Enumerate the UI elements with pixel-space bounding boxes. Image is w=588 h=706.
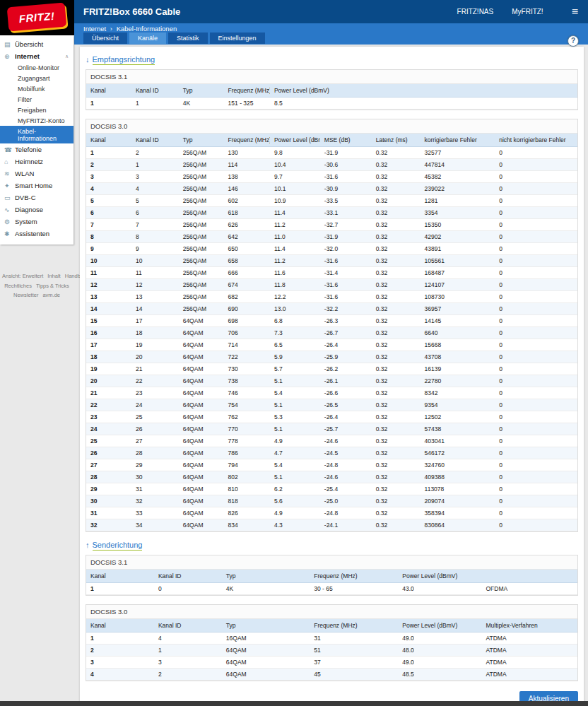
table-cell: 4.9 (270, 435, 320, 447)
table-cell: ATDMA (481, 657, 577, 669)
table-cell: 24 (86, 423, 131, 435)
table-cell: 1 (86, 98, 131, 110)
sidebar-item-ubersicht[interactable]: ▤Übersicht (0, 38, 74, 50)
table-cell: 762 (224, 411, 270, 423)
fritzbox-page: FRITZ! FRITZ!Box 6660 Cable FRITZ!NASMyF… (0, 0, 588, 706)
table-cell: -25.4 (320, 483, 372, 495)
sidebar-item-myfritz-konto[interactable]: MyFRITZ!-Konto (0, 115, 74, 126)
sidebar-item-dvb-c[interactable]: ▭DVB-C (0, 192, 74, 204)
table-row: 99256QAM65011.4-32.00.32438910 (86, 243, 577, 255)
table-cell: 64QAM (222, 657, 310, 669)
footer-link-tipps-tricks[interactable]: Tipps & Tricks (36, 283, 69, 289)
table-cell: 0 (154, 583, 222, 595)
table-cell: 4.3 (270, 519, 320, 531)
table-cell: 10 (131, 255, 179, 267)
table-cell: 770 (224, 423, 270, 435)
table-row: 44256QAM14610.1-30.90.322390220 (86, 183, 577, 195)
sidebar-item-kabel-informationen[interactable]: Kabel-Informationen (0, 126, 74, 143)
section-empfangsrichtung[interactable]: ↓Empfangsrichtung (86, 55, 578, 64)
tab-einstellungen[interactable]: Einstellungen (210, 33, 265, 44)
table-cell: 108730 (421, 291, 495, 303)
table-cell: 8342 (421, 387, 495, 399)
table-cell: 105561 (421, 255, 495, 267)
sidebar-item-online-monitor[interactable]: Online-Monitor (0, 62, 74, 73)
table-cell: 3354 (421, 207, 495, 219)
table-cell: 11.8 (270, 279, 320, 291)
footer-link-rechtliches[interactable]: Rechtliches (4, 283, 32, 289)
table-cell: 1 (86, 633, 154, 645)
table-cell: 36957 (421, 303, 495, 315)
tab-statistik[interactable]: Statistik (168, 33, 208, 44)
table-cell: 15 (86, 315, 131, 327)
table-cell: 64QAM (179, 399, 224, 411)
sidebar-item-mobilfunk[interactable]: Mobilfunk (0, 83, 74, 94)
sidebar-item-diagnose[interactable]: ∿Diagnose (0, 204, 74, 216)
sidebar-item-filter[interactable]: Filter (0, 94, 74, 105)
main-content: ↓Empfangsrichtung DOCSIS 3.1 KanalKanal … (80, 47, 584, 706)
overview-icon: ▤ (4, 41, 15, 48)
table-cell: 0 (495, 195, 577, 207)
table-cell: 0.32 (372, 207, 421, 219)
table-cell: 256QAM (179, 291, 224, 303)
table-header-row: KanalKanal IDTypFrequenz (MHz)Power Leve… (86, 84, 577, 98)
column-header: Power Level (dBmV) (270, 84, 577, 98)
table-cell: -31.9 (320, 147, 372, 159)
table-cell: 0 (495, 327, 577, 339)
table-cell: 31 (86, 507, 131, 519)
table-row: 12256QAM1309.8-31.90.32325770 (86, 147, 577, 159)
sidebar-item-wlan[interactable]: ≋WLAN (0, 167, 74, 180)
table-cell: 256QAM (179, 303, 224, 315)
table-cell: 14145 (421, 315, 495, 327)
section-senderichtung[interactable]: ↑Senderichtung (86, 541, 578, 549)
table-cell: 24 (131, 399, 179, 411)
table-cell: 810 (224, 483, 270, 495)
table-cell: 0 (495, 231, 577, 243)
help-icon[interactable]: ? (568, 35, 579, 47)
column-header: korrigierbare Fehler (421, 134, 495, 147)
table-cell: 0.32 (372, 471, 421, 483)
table-row: 33256QAM1389.7-31.60.32453820 (86, 171, 577, 183)
tab-kanale[interactable]: Kanäle (129, 33, 166, 44)
table-cell: -25.9 (320, 351, 372, 363)
sidebar-item-telefonie[interactable]: ☎Telefonie (0, 143, 74, 155)
table-row: 192164QAM7305.7-26.20.32161390 (86, 363, 577, 375)
table-cell: 0.32 (372, 195, 421, 207)
footer-link-ansicht-erweitert[interactable]: Ansicht: Erweitert (2, 273, 43, 279)
tab-ubersicht[interactable]: Übersicht (83, 33, 127, 44)
table-cell: 5.7 (270, 363, 320, 375)
hamburger-icon[interactable]: ≡ (572, 6, 578, 18)
table-cell: -25.0 (320, 495, 372, 507)
table-cell: -30.6 (320, 159, 372, 171)
table-cell: 14 (86, 303, 131, 315)
footer-link-avm-de[interactable]: avm.de (42, 292, 60, 298)
fritz-logo[interactable]: FRITZ! (0, 0, 74, 35)
sidebar-item-system[interactable]: ⚙System (0, 216, 74, 228)
header-link-fritz-nas[interactable]: FRITZ!NAS (457, 8, 494, 16)
table-cell: 0.32 (372, 339, 421, 351)
app-title: FRITZ!Box 6660 Cable (83, 6, 180, 17)
table-cell: 0.32 (372, 423, 421, 435)
table-cell: 256QAM (179, 219, 224, 231)
sidebar-item-zugangsart[interactable]: Zugangsart (0, 73, 74, 83)
table-cell: 17 (131, 315, 179, 327)
header-link-myfritz[interactable]: MyFRITZ! (512, 8, 543, 16)
table-cell: 7.3 (270, 327, 320, 339)
table-cell: 9354 (421, 399, 495, 411)
footer-link-newsletter[interactable]: Newsletter (13, 292, 38, 298)
table-cell: 25 (131, 411, 179, 423)
breadcrumb-section[interactable]: Internet (83, 25, 106, 33)
table-cell: 778 (224, 435, 270, 447)
table-row: 222464QAM7545.1-26.50.3293540 (86, 399, 577, 411)
sidebar-item-internet[interactable]: ⊕Internet∧ (0, 50, 74, 62)
column-header: Kanal (86, 570, 154, 583)
table-row: 283064QAM8025.1-24.60.324093880 (86, 471, 577, 483)
table-cell: 256QAM (179, 231, 224, 243)
column-header: Power Level (dBmV) (270, 134, 320, 147)
sidebar-item-smart-home[interactable]: ✦Smart Home (0, 180, 74, 192)
footer-link-inhalt[interactable]: Inhalt (47, 273, 60, 279)
sidebar-item-freigaben[interactable]: Freigaben (0, 105, 74, 115)
sidebar-item-assistenten[interactable]: ✱Assistenten (0, 228, 74, 240)
table-cell: 29 (86, 483, 131, 495)
table-cell: 26 (86, 447, 131, 459)
sidebar-item-heimnetz[interactable]: ⌂Heimnetz (0, 155, 74, 167)
